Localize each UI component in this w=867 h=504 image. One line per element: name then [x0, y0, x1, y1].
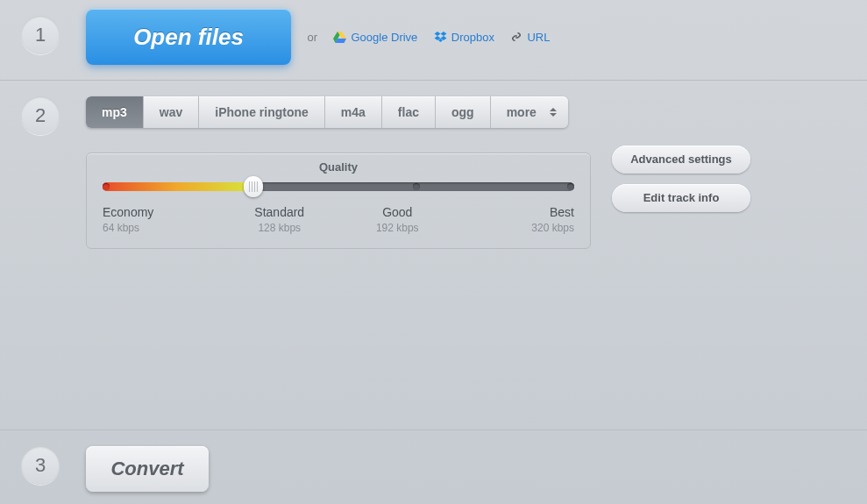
- quality-level-rate: 320 kbps: [457, 222, 575, 234]
- quality-level-rate: 192 kbps: [338, 222, 457, 234]
- quality-slider-fill: [103, 182, 251, 191]
- chevron-updown-icon: [545, 103, 561, 121]
- quality-panel: Quality Economy 64 kbps Standard 128 k: [86, 153, 591, 249]
- google-drive-label: Google Drive: [351, 31, 417, 44]
- step-2-section: 2 mp3 wav iPhone ringtone m4a flac ogg m…: [0, 81, 867, 430]
- quality-slider[interactable]: [103, 182, 574, 191]
- dropbox-label: Dropbox: [451, 31, 494, 44]
- open-files-button[interactable]: Open files: [86, 9, 291, 65]
- format-tab-mp3[interactable]: mp3: [86, 96, 144, 128]
- convert-button[interactable]: Convert: [86, 446, 209, 492]
- step-1-section: 1 Open files or Google Drive Dropbox URL: [0, 0, 867, 81]
- edit-track-info-button[interactable]: Edit track info: [612, 184, 750, 212]
- quality-labels: Economy 64 kbps Standard 128 kbps Good 1…: [103, 205, 574, 234]
- format-tab-wav[interactable]: wav: [144, 96, 199, 128]
- quality-level-name: Good: [338, 205, 457, 219]
- link-icon: [510, 31, 522, 43]
- advanced-settings-button[interactable]: Advanced settings: [612, 146, 750, 174]
- step-1-badge: 1: [21, 16, 60, 54]
- quality-tick-good: [413, 183, 420, 190]
- url-label: URL: [527, 31, 550, 44]
- quality-slider-handle[interactable]: [244, 176, 263, 197]
- quality-level-name: Best: [457, 205, 575, 219]
- format-tab-m4a[interactable]: m4a: [325, 96, 382, 128]
- quality-level-name: Economy: [103, 205, 221, 219]
- or-label: or: [307, 31, 317, 44]
- format-tab-iphone[interactable]: iPhone ringtone: [199, 96, 325, 128]
- dropbox-link[interactable]: Dropbox: [434, 31, 494, 44]
- quality-level-rate: 64 kbps: [103, 222, 221, 234]
- quality-tick-economy: [103, 183, 110, 190]
- quality-tick-best: [567, 183, 574, 190]
- format-tabs: mp3 wav iPhone ringtone m4a flac ogg mor…: [86, 96, 568, 128]
- format-tab-more-label: more: [507, 105, 537, 119]
- google-drive-icon: [333, 32, 346, 43]
- format-tab-flac[interactable]: flac: [382, 96, 436, 128]
- format-tab-ogg[interactable]: ogg: [436, 96, 491, 128]
- google-drive-link[interactable]: Google Drive: [333, 31, 417, 44]
- quality-level-name: Standard: [221, 205, 339, 219]
- quality-title: Quality: [103, 160, 574, 174]
- step-3-badge: 3: [21, 446, 60, 485]
- step-2-badge: 2: [21, 96, 60, 135]
- format-tab-more[interactable]: more: [491, 96, 568, 128]
- quality-level-rate: 128 kbps: [221, 222, 339, 234]
- url-link[interactable]: URL: [510, 31, 550, 44]
- dropbox-icon: [434, 32, 447, 43]
- step-3-section: 3 Convert: [0, 430, 867, 504]
